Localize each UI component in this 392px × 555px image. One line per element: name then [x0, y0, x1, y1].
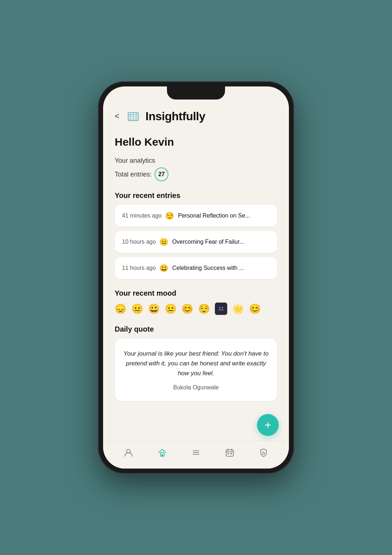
nav-item-home[interactable]	[153, 445, 172, 460]
screen-content: < Insightfully Hello Kevin Your analytic…	[103, 86, 289, 441]
quote-author: Bukola Ogunwale	[123, 384, 269, 391]
mood-emoji-6: 😌	[198, 303, 210, 315]
svg-rect-7	[217, 305, 225, 312]
recent-mood-title: Your recent mood	[115, 289, 277, 297]
recent-entries-title: Your recent entries	[115, 191, 277, 200]
entry-card-3[interactable]: 11 hours ago 😀 Celebrating Success with …	[115, 257, 277, 279]
entry-emoji-1: 😌	[165, 211, 174, 220]
svg-rect-13	[162, 454, 163, 456]
nav-item-security[interactable]	[254, 445, 273, 460]
quote-card: Your journal is like your best friend: Y…	[115, 339, 277, 401]
person-icon	[123, 447, 134, 458]
entry-title-3: Celebrating Success with ...	[172, 265, 244, 271]
mood-special-icon	[217, 305, 225, 313]
entry-time-2: 10 hours ago	[122, 239, 156, 245]
home-icon	[157, 447, 167, 458]
calendar-icon	[225, 447, 235, 458]
app-header: < Insightfully	[115, 108, 277, 124]
entries-count-badge: 27	[155, 167, 168, 181]
entry-time-1: 41 minutes ago	[122, 212, 162, 219]
svg-rect-22	[230, 453, 232, 454]
svg-rect-10	[219, 309, 224, 310]
mood-emoji-2: 😐	[131, 303, 143, 315]
nav-item-calendar[interactable]	[220, 445, 239, 460]
nav-item-profile[interactable]	[119, 445, 138, 460]
svg-point-23	[262, 452, 265, 454]
entry-card-2[interactable]: 10 hours ago 😐 Overcoming Fear of Failur…	[115, 231, 277, 253]
mood-emoji-9: 😊	[249, 303, 261, 315]
mood-emoji-5: 😊	[181, 303, 193, 315]
entry-card-1[interactable]: 41 minutes ago 😌 Personal Reflection on …	[115, 205, 277, 227]
svg-rect-21	[228, 453, 229, 454]
entry-title-2: Overcoming Fear of Failur...	[172, 239, 244, 245]
list-icon	[191, 447, 201, 458]
entry-time-3: 11 hours ago	[122, 265, 156, 271]
svg-rect-17	[226, 450, 233, 456]
app-logo-icon	[125, 108, 141, 124]
mood-emoji-4: 😐	[165, 303, 176, 315]
add-fab-button[interactable]: +	[257, 414, 279, 436]
nav-item-entries[interactable]	[187, 445, 205, 460]
back-button[interactable]: <	[115, 112, 119, 121]
mood-row: 😞 😐 😀 😐 😊 😌 🌟 😊	[115, 303, 277, 315]
bottom-navigation	[103, 441, 289, 469]
entry-title-1: Personal Reflection on Se...	[178, 212, 250, 219]
daily-quote-title: Daily quote	[115, 325, 277, 333]
mood-emoji-1: 😞	[115, 303, 126, 315]
greeting-text: Hello Kevin	[115, 136, 277, 148]
svg-point-9	[222, 307, 223, 308]
mood-special-card	[215, 303, 227, 315]
phone-notch	[167, 86, 225, 100]
analytics-label: Your analytics	[115, 157, 277, 165]
entry-emoji-3: 😀	[159, 264, 168, 272]
security-icon	[258, 447, 269, 458]
total-entries-row: Total entries: 27	[115, 167, 277, 181]
app-title: Insightfully	[146, 110, 205, 123]
mood-emoji-8: 🌟	[232, 303, 244, 315]
phone-screen: < Insightfully Hello Kevin Your analytic…	[103, 86, 289, 469]
total-entries-label: Total entries:	[115, 171, 152, 178]
entries-list: 41 minutes ago 😌 Personal Reflection on …	[115, 205, 277, 279]
mood-emoji-3: 😀	[148, 303, 160, 315]
entry-emoji-2: 😐	[159, 238, 168, 246]
phone-frame: < Insightfully Hello Kevin Your analytic…	[98, 81, 294, 474]
quote-text: Your journal is like your best friend: Y…	[123, 349, 269, 378]
svg-point-8	[219, 307, 220, 308]
fab-plus-icon: +	[265, 419, 271, 431]
